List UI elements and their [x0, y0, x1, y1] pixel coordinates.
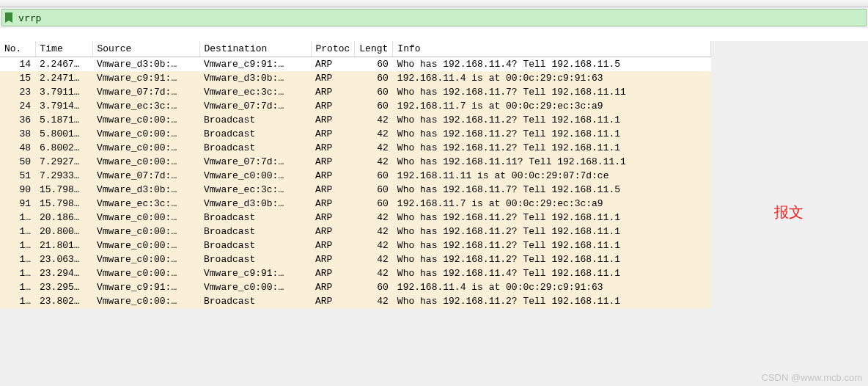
col-header-time[interactable]: Time: [35, 41, 92, 57]
cell-info: Who has 192.168.11.2? Tell 192.168.11.1: [393, 113, 711, 127]
cell-info: Who has 192.168.11.2? Tell 192.168.11.1: [393, 141, 711, 155]
cell-no: 15: [0, 71, 35, 85]
cell-protocol: ARP: [311, 266, 355, 280]
cell-source: Vmware_07:7d:…: [92, 85, 199, 99]
cell-destination: Vmware_c0:00:…: [199, 169, 311, 183]
cell-source: Vmware_d3:0b:…: [92, 183, 199, 197]
packet-row[interactable]: 152.2471…Vmware_c9:91:…Vmware_d3:0b:…ARP…: [0, 71, 711, 85]
cell-info: Who has 192.168.11.2? Tell 192.168.11.1: [393, 252, 711, 266]
cell-no: 1…: [0, 252, 35, 266]
cell-protocol: ARP: [311, 141, 355, 155]
packet-row[interactable]: 142.2467…Vmware_d3:0b:…Vmware_c9:91:…ARP…: [0, 57, 711, 72]
packet-list-table: No. Time Source Destination Protoc Lengt…: [0, 41, 711, 308]
cell-time: 20.800…: [35, 225, 92, 238]
cell-protocol: ARP: [311, 225, 355, 238]
cell-destination: Broadcast: [199, 141, 311, 155]
cell-destination: Broadcast: [199, 294, 311, 308]
cell-source: Vmware_c0:00:…: [92, 141, 199, 155]
cell-time: 23.063…: [35, 252, 92, 266]
cell-length: 60: [355, 99, 393, 113]
cell-info: Who has 192.168.11.7? Tell 192.168.11.5: [393, 183, 711, 197]
packet-row[interactable]: 233.7911…Vmware_07:7d:…Vmware_ec:3c:…ARP…: [0, 85, 711, 99]
cell-no: 1…: [0, 211, 35, 225]
cell-source: Vmware_c0:00:…: [92, 266, 199, 280]
cell-no: 23: [0, 85, 35, 99]
packet-row[interactable]: 1…20.186…Vmware_c0:00:…BroadcastARP42Who…: [0, 211, 711, 225]
col-header-protocol[interactable]: Protoc: [311, 41, 355, 57]
cell-source: Vmware_c9:91:…: [92, 71, 199, 85]
bookmark-icon[interactable]: [2, 12, 15, 23]
cell-length: 60: [355, 169, 393, 183]
packet-row[interactable]: 1…23.295…Vmware_c9:91:…Vmware_c0:00:…ARP…: [0, 280, 711, 294]
cell-info: Who has 192.168.11.2? Tell 192.168.11.1: [393, 294, 711, 308]
cell-length: 42: [355, 127, 393, 141]
cell-info: Who has 192.168.11.4? Tell 192.168.11.5: [393, 57, 711, 72]
cell-source: Vmware_c0:00:…: [92, 113, 199, 127]
packet-row[interactable]: 243.7914…Vmware_ec:3c:…Vmware_07:7d:…ARP…: [0, 99, 711, 113]
cell-length: 42: [355, 225, 393, 238]
annotation-label: 报文: [774, 203, 803, 222]
cell-time: 20.186…: [35, 211, 92, 225]
cell-no: 1…: [0, 225, 35, 238]
cell-no: 1…: [0, 266, 35, 280]
cell-source: Vmware_ec:3c:…: [92, 197, 199, 211]
display-filter-bar: [1, 9, 867, 26]
cell-no: 1…: [0, 280, 35, 294]
cell-destination: Vmware_c9:91:…: [199, 266, 311, 280]
packet-row[interactable]: 1…23.063…Vmware_c0:00:…BroadcastARP42Who…: [0, 252, 711, 266]
col-header-no[interactable]: No.: [0, 41, 35, 57]
packet-row[interactable]: 385.8001…Vmware_c0:00:…BroadcastARP42Who…: [0, 127, 711, 141]
packet-row[interactable]: 1…23.294…Vmware_c0:00:…Vmware_c9:91:…ARP…: [0, 266, 711, 280]
cell-time: 7.2933…: [35, 169, 92, 183]
cell-destination: Broadcast: [199, 211, 311, 225]
packet-row[interactable]: 517.2933…Vmware_07:7d:…Vmware_c0:00:…ARP…: [0, 169, 711, 183]
cell-time: 2.2471…: [35, 71, 92, 85]
cell-info: 192.168.11.4 is at 00:0c:29:c9:91:63: [393, 280, 711, 294]
cell-protocol: ARP: [311, 57, 355, 72]
cell-info: 192.168.11.4 is at 00:0c:29:c9:91:63: [393, 71, 711, 85]
cell-protocol: ARP: [311, 280, 355, 294]
packet-row[interactable]: 9015.798…Vmware_d3:0b:…Vmware_ec:3c:…ARP…: [0, 183, 711, 197]
cell-protocol: ARP: [311, 155, 355, 169]
cell-protocol: ARP: [311, 71, 355, 85]
col-header-destination[interactable]: Destination: [199, 41, 311, 57]
cell-protocol: ARP: [311, 169, 355, 183]
cell-destination: Vmware_c0:00:…: [199, 280, 311, 294]
cell-info: Who has 192.168.11.2? Tell 192.168.11.1: [393, 127, 711, 141]
col-header-length[interactable]: Lengt: [355, 41, 393, 57]
display-filter-input[interactable]: [15, 11, 866, 25]
cell-source: Vmware_07:7d:…: [92, 169, 199, 183]
cell-info: Who has 192.168.11.2? Tell 192.168.11.1: [393, 225, 711, 238]
cell-info: Who has 192.168.11.4? Tell 192.168.11.1: [393, 266, 711, 280]
cell-destination: Vmware_07:7d:…: [199, 155, 311, 169]
packet-row[interactable]: 9115.798…Vmware_ec:3c:…Vmware_d3:0b:…ARP…: [0, 197, 711, 211]
cell-protocol: ARP: [311, 252, 355, 266]
cell-no: 91: [0, 197, 35, 211]
cell-protocol: ARP: [311, 211, 355, 225]
cell-time: 15.798…: [35, 197, 92, 211]
packet-row[interactable]: 507.2927…Vmware_c0:00:…Vmware_07:7d:…ARP…: [0, 155, 711, 169]
packet-row[interactable]: 1…21.801…Vmware_c0:00:…BroadcastARP42Who…: [0, 238, 711, 252]
cell-info: 192.168.11.11 is at 00:0c:29:07:7d:ce: [393, 169, 711, 183]
packet-row[interactable]: 365.1871…Vmware_c0:00:…BroadcastARP42Who…: [0, 113, 711, 127]
cell-destination: Vmware_ec:3c:…: [199, 85, 311, 99]
cell-info: Who has 192.168.11.2? Tell 192.168.11.1: [393, 211, 711, 225]
cell-destination: Broadcast: [199, 252, 311, 266]
cell-length: 60: [355, 183, 393, 197]
col-header-info[interactable]: Info: [393, 41, 711, 57]
packet-row[interactable]: 486.8002…Vmware_c0:00:…BroadcastARP42Who…: [0, 141, 711, 155]
cell-no: 51: [0, 169, 35, 183]
packet-row[interactable]: 1…20.800…Vmware_c0:00:…BroadcastARP42Who…: [0, 225, 711, 238]
cell-destination: Broadcast: [199, 238, 311, 252]
cell-time: 3.7911…: [35, 85, 92, 99]
cell-length: 42: [355, 266, 393, 280]
cell-no: 48: [0, 141, 35, 155]
cell-no: 24: [0, 99, 35, 113]
col-header-source[interactable]: Source: [92, 41, 199, 57]
cell-info: Who has 192.168.11.11? Tell 192.168.11.1: [393, 155, 711, 169]
spacer: [0, 28, 868, 41]
packet-row[interactable]: 1…23.802…Vmware_c0:00:…BroadcastARP42Who…: [0, 294, 711, 308]
cell-no: 1…: [0, 294, 35, 308]
cell-source: Vmware_d3:0b:…: [92, 57, 199, 72]
cell-protocol: ARP: [311, 294, 355, 308]
